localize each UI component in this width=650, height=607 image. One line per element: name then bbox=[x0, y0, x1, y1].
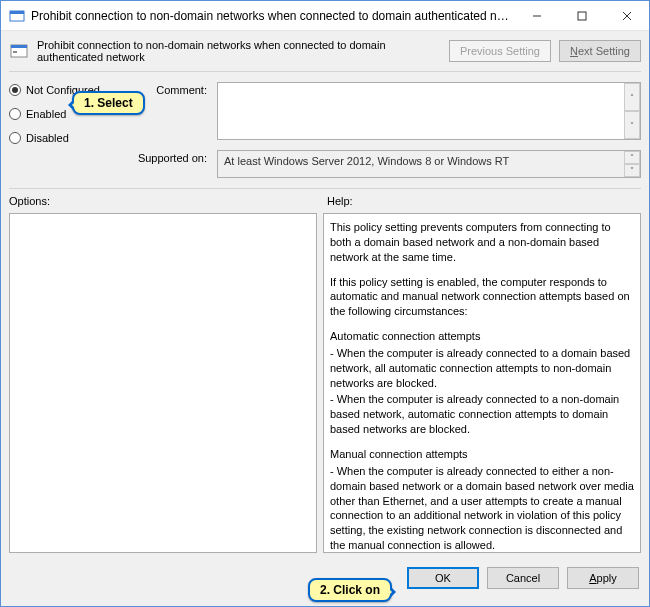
help-heading: Automatic connection attempts bbox=[330, 329, 634, 344]
comment-scroll[interactable]: ˄ ˅ bbox=[624, 83, 640, 139]
radio-icon bbox=[9, 108, 21, 120]
svg-rect-8 bbox=[13, 51, 17, 53]
radio-label: Enabled bbox=[26, 108, 66, 120]
radio-label: Disabled bbox=[26, 132, 69, 144]
help-heading: Manual connection attempts bbox=[330, 447, 634, 462]
window-title: Prohibit connection to non-domain networ… bbox=[31, 9, 514, 23]
apply-button[interactable]: Apply bbox=[567, 567, 639, 589]
minimize-button[interactable] bbox=[514, 1, 559, 30]
close-button[interactable] bbox=[604, 1, 649, 30]
options-label: Options: bbox=[9, 195, 317, 207]
supported-scroll[interactable]: ˄ ˅ bbox=[624, 151, 640, 177]
radio-icon bbox=[9, 84, 21, 96]
cancel-button[interactable]: Cancel bbox=[487, 567, 559, 589]
help-text: - When the computer is already connected… bbox=[330, 392, 634, 437]
help-text: - When the computer is already connected… bbox=[330, 346, 634, 391]
divider bbox=[9, 188, 641, 189]
divider bbox=[9, 71, 641, 72]
annotation-select: 1. Select bbox=[72, 91, 145, 115]
annotation-click: 2. Click on bbox=[308, 578, 392, 602]
help-panel[interactable]: This policy setting prevents computers f… bbox=[323, 213, 641, 553]
arrow-down-icon[interactable]: ˅ bbox=[624, 111, 640, 139]
radio-disabled[interactable]: Disabled bbox=[9, 132, 119, 144]
options-panel bbox=[9, 213, 317, 553]
comment-field[interactable] bbox=[217, 82, 641, 140]
radio-icon bbox=[9, 132, 21, 144]
help-text: This policy setting prevents computers f… bbox=[330, 220, 634, 265]
arrow-up-icon[interactable]: ˄ bbox=[624, 151, 640, 164]
ok-button[interactable]: OK bbox=[407, 567, 479, 589]
previous-setting-button[interactable]: Previous Setting bbox=[449, 40, 551, 62]
arrow-up-icon[interactable]: ˄ bbox=[624, 83, 640, 111]
next-setting-button[interactable]: Next Setting bbox=[559, 40, 641, 62]
arrow-down-icon[interactable]: ˅ bbox=[624, 164, 640, 177]
svg-rect-1 bbox=[10, 11, 24, 14]
maximize-button[interactable] bbox=[559, 1, 604, 30]
svg-rect-3 bbox=[578, 12, 586, 20]
header-title: Prohibit connection to non-domain networ… bbox=[37, 39, 441, 63]
help-label: Help: bbox=[327, 195, 641, 207]
policy-icon bbox=[9, 41, 29, 61]
supported-on-field: At least Windows Server 2012, Windows 8 … bbox=[217, 150, 641, 178]
supported-on-label: Supported on: bbox=[129, 150, 207, 164]
window-icon bbox=[9, 8, 25, 24]
header-row: Prohibit connection to non-domain networ… bbox=[1, 31, 649, 71]
help-text: If this policy setting is enabled, the c… bbox=[330, 275, 634, 320]
svg-rect-7 bbox=[11, 45, 27, 48]
help-text: - When the computer is already connected… bbox=[330, 464, 634, 553]
titlebar: Prohibit connection to non-domain networ… bbox=[1, 1, 649, 31]
